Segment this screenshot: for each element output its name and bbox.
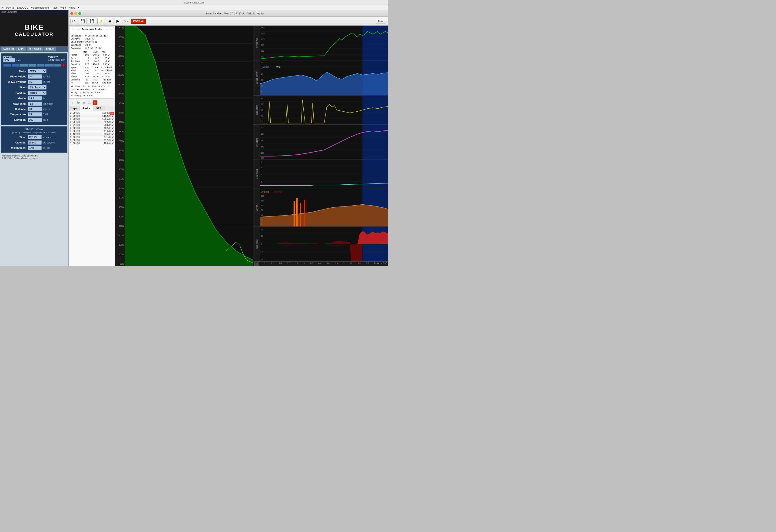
tires-select[interactable]: ClinchersTubulars [28, 85, 46, 90]
slider-seg-1 [3, 64, 11, 67]
temperature-input[interactable] [28, 112, 42, 117]
nav-wsj[interactable]: WSJ [60, 6, 66, 9]
position-select[interactable]: HoodsDropsTops [28, 91, 46, 95]
x-tick-78: 7.8 [296, 262, 299, 265]
slider-seg-7 [53, 64, 61, 67]
units-select[interactable]: MetricImperial [28, 69, 46, 73]
rider-weight-input[interactable] [28, 74, 42, 78]
cad-line-svg: 110 80 60 40 20 [260, 96, 388, 124]
stats-distance: Distance: 0.29 km (0:01:12) [71, 34, 113, 37]
tab-samples[interactable]: SAMPLES [1, 47, 16, 51]
peak-item-6: 0:05:00 444.8 W [69, 130, 115, 133]
tab-apps[interactable]: APPS [16, 47, 26, 51]
x-tick-7: 7 [264, 262, 265, 265]
stats-aero-row: Aero 0 8.0 26 W [71, 57, 113, 60]
stats-temp-pressure: 21 degC; 1013 hPa [71, 94, 113, 97]
gear-chart-content: 8 6 4 2 [260, 160, 388, 188]
x-tick-92: 9.2 [349, 262, 352, 265]
peaks-close-button[interactable]: ✕ [110, 112, 114, 115]
tab-laps[interactable]: Laps [68, 106, 80, 111]
calories-row: Calories: kJ / calories [3, 141, 65, 145]
minimize-button[interactable] [74, 12, 77, 15]
tab-oldstuff[interactable]: OLD STUFF [27, 47, 43, 51]
svg-rect-79 [300, 203, 301, 226]
speed-chart-content: Wheel Wind 60 50 40 30 20 10 [260, 60, 388, 95]
elevation-input[interactable] [28, 118, 42, 122]
nav-velocompforum[interactable]: Velocompforum [31, 6, 49, 9]
tab-about[interactable]: ABOUT [44, 47, 56, 51]
cadence-chart-content: 110 80 60 40 20 [260, 96, 388, 124]
tp-icon[interactable]: TP [93, 101, 98, 105]
usb-button[interactable]: ⚡ [98, 18, 105, 24]
close-button[interactable] [70, 12, 73, 15]
y-tick-1050: 1050W [116, 74, 124, 76]
pstroke-title: Isaac for Mac: iBike_07_23_2017_1057_23_… [84, 12, 386, 15]
y-tick-450: 450W [116, 187, 124, 189]
save-as-button[interactable]: 💾 [88, 18, 96, 24]
grade-input[interactable] [28, 96, 42, 101]
svg-text:0: 0 [261, 242, 262, 245]
power-input[interactable] [3, 58, 15, 62]
stats-box: --------Selection Stats--------- Distanc… [69, 26, 114, 99]
bike-weight-input[interactable] [28, 80, 42, 84]
print-icon[interactable]: 🖨 [87, 101, 92, 105]
note-button[interactable]: Note [376, 19, 386, 23]
tab-peaks[interactable]: Peaks [80, 106, 93, 111]
power-unit: watts [16, 59, 21, 62]
headwind-row: Head wind: kph / mph [3, 102, 65, 106]
facebook-icon[interactable]: f [70, 101, 75, 105]
y-tick-950: 950W [116, 93, 124, 95]
hr-chart-content: 200 180 160 140 120 100 [260, 125, 388, 159]
nav-left-button[interactable]: ◄ [254, 262, 259, 265]
nav-paypal[interactable]: PayPal [6, 6, 14, 9]
email-icon[interactable]: ✉ [81, 101, 86, 105]
slider-seg-6 [45, 64, 53, 67]
headwind-input[interactable] [28, 102, 42, 106]
nav-news-arrow: ▾ [78, 6, 79, 9]
weight-loss-label: Weight loss: [3, 147, 26, 149]
distance-input[interactable] [28, 107, 42, 111]
svg-text:2: 2 [261, 181, 262, 183]
distance-label: Distance: [3, 108, 26, 111]
position-label: Position: [3, 92, 26, 95]
maximize-button[interactable] [78, 12, 81, 15]
pstroke-titlebar: Isaac for Mac: iBike_07_23_2017_1057_23_… [68, 10, 388, 17]
x-tick-9: 9 [343, 262, 344, 265]
nav-ify[interactable]: ify [1, 6, 3, 9]
slider-seg-3 [20, 64, 28, 67]
time-input[interactable] [28, 135, 42, 139]
calories-input[interactable] [28, 141, 42, 145]
svg-text:1200: 1200 [261, 32, 265, 35]
svg-text:125: 125 [261, 199, 264, 202]
nav-drudge[interactable]: DRUDGE [17, 6, 28, 9]
save-button[interactable]: 💾 [79, 18, 87, 24]
peak-item-7: 0:10:00 265.2 W [69, 133, 115, 136]
export-button[interactable]: ◈ [107, 18, 113, 24]
y-tick-1150: 1150W [116, 55, 124, 57]
play-button[interactable]: ▶ [115, 18, 121, 24]
weight-loss-input[interactable] [28, 146, 42, 150]
slider-dot[interactable] [62, 64, 65, 67]
elevation-chart-content: Coasting Braking 150 12 [260, 189, 388, 226]
distance-row: Distance: km / mi [3, 107, 65, 111]
y-tick-600: 600W [116, 159, 124, 161]
twitter-icon[interactable]: 🐦 [76, 101, 81, 105]
peak-item-5: 0:02:00 482.2 W [69, 127, 115, 130]
time-label: Time: [3, 136, 26, 139]
speed-y-label: Speed (km/h) [253, 60, 260, 95]
stats-speed-row: Speed 13.5 14.6 17.1 km/h [71, 66, 113, 69]
x-tick-74: 7.4 [279, 262, 282, 265]
open-button[interactable]: 🗂 [70, 18, 77, 24]
tires-label: Tires: [3, 86, 26, 89]
y-tick-700: 700W [116, 140, 124, 142]
svg-text:Braking: Braking [274, 190, 281, 193]
nav-news[interactable]: News [68, 6, 75, 9]
units-label: Units: [3, 70, 26, 72]
tab-gps[interactable]: GPS [93, 106, 105, 111]
svg-text:60: 60 [261, 62, 263, 64]
svg-rect-77 [294, 201, 295, 226]
nav-rush[interactable]: Rush [52, 6, 58, 9]
peaks-list: ✕ 0:00:05 1204.8 W 0:00:10 1152.9 W 0:00… [68, 111, 115, 266]
elevation-unit: m / ft [43, 119, 48, 121]
velocity-unit: kph / mph [55, 58, 65, 61]
